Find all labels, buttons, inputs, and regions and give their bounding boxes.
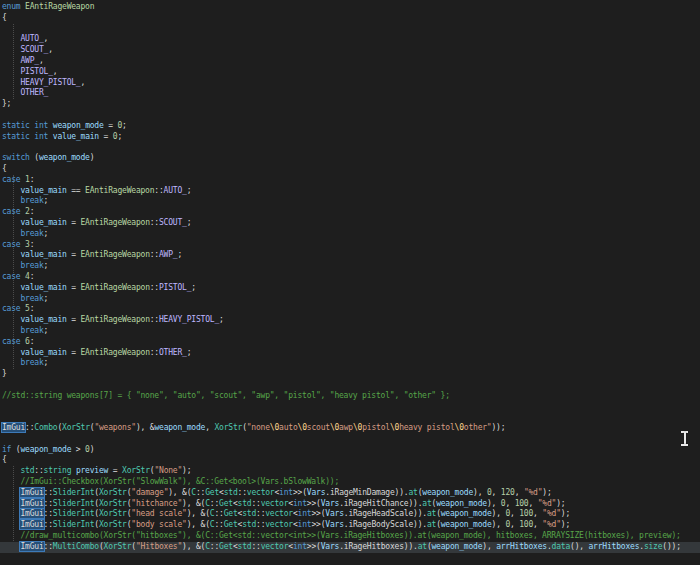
- token-keyword: break: [20, 358, 43, 367]
- code-line[interactable]: ImGui::SliderInt(XorStr("damage"), &(C::…: [2, 488, 700, 499]
- token-variable: value_main: [20, 250, 66, 259]
- code-line[interactable]: HEAVY_PISTOL_,: [2, 78, 700, 89]
- token-plain: ,: [510, 520, 519, 529]
- token-variable: value_main: [20, 315, 66, 324]
- code-line[interactable]: [2, 412, 700, 423]
- code-line[interactable]: value_main = EAntiRageWeapon::PISTOL_;: [2, 283, 700, 294]
- token-plain: :: [30, 337, 35, 346]
- token-plain: );: [561, 509, 570, 518]
- token-enum-member: AWP_: [20, 56, 38, 65]
- code-line[interactable]: enum EAntiRageWeapon: [2, 2, 700, 13]
- code-line[interactable]: value_main = EAntiRageWeapon::HEAVY_PIST…: [2, 315, 700, 326]
- code-line[interactable]: case 2:: [2, 207, 700, 218]
- code-line[interactable]: //ImGui::Checkbox(XorStr("SlowWalk"), &C…: [2, 477, 700, 488]
- token-type: XorStr: [99, 520, 127, 529]
- code-line[interactable]: case 5:: [2, 304, 700, 315]
- code-line[interactable]: //std::string weapons[7] = { "none", "au…: [2, 391, 700, 402]
- code-line[interactable]: ImGui::SliderInt(XorStr("body scale"), &…: [2, 520, 700, 531]
- token-plain: ::: [25, 423, 34, 432]
- code-line[interactable]: [2, 142, 700, 153]
- token-type: string: [44, 466, 72, 475]
- code-line[interactable]: [2, 380, 700, 391]
- token-enum-member: PISTOL_: [20, 67, 52, 76]
- code-line[interactable]: AUTO_,: [2, 34, 700, 45]
- token-plain: );: [556, 499, 565, 508]
- code-line[interactable]: switch (weapon_mode): [2, 153, 700, 164]
- token-plain: ,: [44, 34, 49, 43]
- code-line[interactable]: static int weapon_mode = 0;: [2, 121, 700, 132]
- token-string: auto: [279, 423, 297, 432]
- code-line[interactable]: {: [2, 164, 700, 175]
- code-line[interactable]: {: [2, 13, 700, 24]
- token-plain: ),: [473, 488, 487, 497]
- code-line[interactable]: value_main = EAntiRageWeapon::OTHER_;: [2, 348, 700, 359]
- code-line[interactable]: [2, 110, 700, 121]
- code-line[interactable]: if (weapon_mode > 0): [2, 445, 700, 456]
- code-line[interactable]: value_main = EAntiRageWeapon::SCOUT_;: [2, 218, 700, 229]
- code-line[interactable]: case 6:: [2, 337, 700, 348]
- code-line[interactable]: break;: [2, 294, 700, 305]
- token-enum-member: AWP_: [159, 250, 177, 259]
- code-line[interactable]: };: [2, 99, 700, 110]
- code-line[interactable]: break;: [2, 229, 700, 240]
- code-line[interactable]: [2, 24, 700, 35]
- code-line[interactable]: break;: [2, 358, 700, 369]
- code-line[interactable]: [2, 434, 700, 445]
- code-line[interactable]: SCOUT_,: [2, 45, 700, 56]
- token-type: Get: [219, 499, 233, 508]
- token-enum-name: EAntiRageWeapon: [81, 315, 150, 324]
- token-plain: ), &(: [187, 520, 210, 529]
- code-line[interactable]: ImGui::Combo(XorStr("weapons"), &weapon_…: [2, 423, 700, 434]
- token-enum-name: EAntiRageWeapon: [25, 2, 94, 11]
- code-editor[interactable]: enum EAntiRageWeapon{ AUTO_, SCOUT_, AWP…: [0, 0, 700, 565]
- code-line[interactable]: }: [2, 369, 700, 380]
- token-keyword: case: [2, 272, 20, 281]
- code-line[interactable]: std::string preview = XorStr("None");: [2, 466, 700, 477]
- token-plain: ): [90, 153, 95, 162]
- token-type: std: [238, 542, 252, 551]
- token-type: XorStr: [62, 423, 90, 432]
- token-plain: >>(: [311, 509, 325, 518]
- token-variable: weapon_mode: [432, 542, 483, 551]
- code-line[interactable]: AWP_,: [2, 56, 700, 67]
- code-line[interactable]: case 3:: [2, 240, 700, 251]
- token-plain: [2, 348, 20, 357]
- code-line[interactable]: break;: [2, 261, 700, 272]
- code-line[interactable]: ImGui::SliderInt(XorStr("hitchance"), &(…: [2, 499, 700, 510]
- token-type: Get: [224, 509, 238, 518]
- token-plain: );: [542, 488, 551, 497]
- code-line[interactable]: case 4:: [2, 272, 700, 283]
- token-plain: ;: [117, 132, 122, 141]
- token-plain: [2, 229, 20, 238]
- token-plain: [2, 283, 20, 292]
- token-plain: ;: [44, 358, 49, 367]
- token-string-escape: \0: [353, 423, 362, 432]
- token-comment: //ImGui::Checkbox(XorStr("SlowWalk"), &C…: [20, 477, 339, 486]
- token-plain: :: [30, 272, 35, 281]
- code-line[interactable]: value_main = EAntiRageWeapon::AWP_;: [2, 250, 700, 261]
- token-plain: [2, 250, 20, 259]
- token-plain: ,: [528, 499, 537, 508]
- token-string: "None": [154, 466, 182, 475]
- token-plain: >>(: [307, 499, 321, 508]
- code-line[interactable]: [2, 401, 700, 412]
- code-line[interactable]: ImGui::SliderInt(XorStr("head scale"), &…: [2, 509, 700, 520]
- token-string: "none: [247, 423, 270, 432]
- code-line[interactable]: value_main == EAntiRageWeapon::AUTO_;: [2, 186, 700, 197]
- code-area[interactable]: enum EAntiRageWeapon{ AUTO_, SCOUT_, AWP…: [2, 2, 700, 553]
- code-line[interactable]: case 1:: [2, 175, 700, 186]
- token-variable: weapon_mode: [441, 509, 492, 518]
- code-line[interactable]: {: [2, 455, 700, 466]
- code-line[interactable]: PISTOL_,: [2, 67, 700, 78]
- token-plain: ),: [492, 520, 506, 529]
- code-line[interactable]: static int value_main = 0;: [2, 132, 700, 143]
- code-line[interactable]: OTHER_: [2, 88, 700, 99]
- token-variable: weapon_mode: [154, 423, 205, 432]
- token-plain: )).: [408, 499, 422, 508]
- code-line[interactable]: break;: [2, 326, 700, 337]
- code-line[interactable]: break;: [2, 196, 700, 207]
- code-line-current[interactable]: ImGui::MultiCombo(XorStr("Hitboxes"), &(…: [0, 542, 700, 553]
- code-line[interactable]: //draw_multicombo(XorStr("hitboxes"), &(…: [2, 531, 700, 542]
- token-keyword: static: [2, 132, 30, 141]
- token-string-escape: \0: [330, 423, 339, 432]
